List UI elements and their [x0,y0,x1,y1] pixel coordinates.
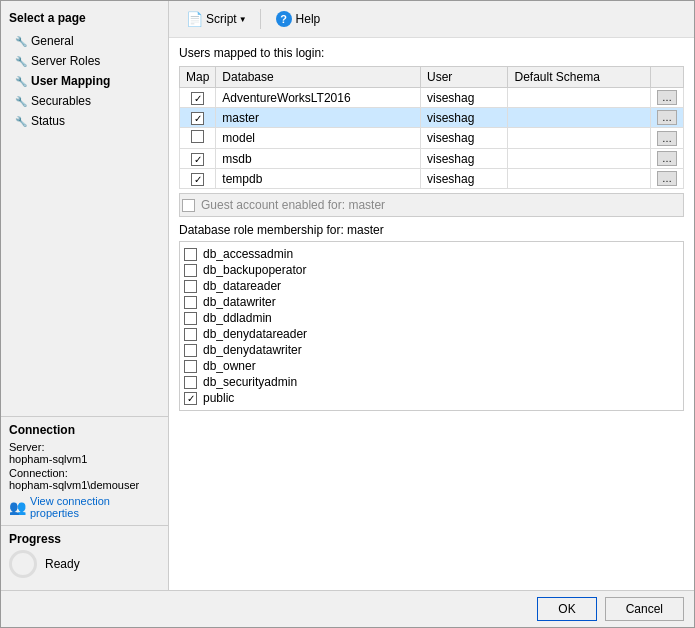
script-label: Script [206,12,237,26]
row-user: viseshag [421,128,508,149]
role-label: db_datareader [203,279,281,293]
sidebar-title: Select a page [1,7,168,31]
bottom-bar: OK Cancel [1,590,694,627]
role-checkbox[interactable] [184,248,197,261]
sidebar: Select a page 🔧 General 🔧 Server Roles 🔧… [1,1,169,590]
guest-row: Guest account enabled for: master [179,193,684,217]
col-database: Database [216,67,421,88]
role-item: db_denydatawriter [184,342,679,358]
role-item: db_datareader [184,278,679,294]
role-checkbox[interactable] [184,296,197,309]
dialog-body: Select a page 🔧 General 🔧 Server Roles 🔧… [1,1,694,590]
role-item: db_owner [184,358,679,374]
role-label: db_securityadmin [203,375,297,389]
row-user: viseshag [421,149,508,169]
role-item: db_backupoperator [184,262,679,278]
connection-section: Connection Server: hopham-sqlvm1 Connect… [1,416,168,525]
status-icon: 🔧 [15,116,27,127]
role-label: db_denydatareader [203,327,307,341]
row-checkbox[interactable] [191,153,204,166]
table-row[interactable]: msdbviseshag… [180,149,684,169]
role-item: db_datawriter [184,294,679,310]
row-schema [508,108,651,128]
server-label-text: Server: hopham-sqlvm1 [9,441,160,465]
row-user: viseshag [421,108,508,128]
col-schema: Default Schema [508,67,651,88]
row-schema [508,149,651,169]
role-checkbox[interactable] [184,344,197,357]
role-label: db_owner [203,359,256,373]
row-checkbox[interactable] [191,130,204,143]
role-checkbox[interactable] [184,280,197,293]
role-checkbox[interactable] [184,312,197,325]
row-database: AdventureWorksLT2016 [216,88,421,108]
ellipsis-button[interactable]: … [657,131,677,146]
row-checkbox[interactable] [191,112,204,125]
guest-checkbox[interactable] [182,199,195,212]
row-checkbox[interactable] [191,92,204,105]
ellipsis-button[interactable]: … [657,90,677,105]
table-row[interactable]: modelviseshag… [180,128,684,149]
role-label: db_ddladmin [203,311,272,325]
col-user: User [421,67,508,88]
row-schema [508,169,651,189]
col-actions [651,67,684,88]
script-icon: 📄 [186,11,203,27]
ellipsis-button[interactable]: … [657,171,677,186]
row-checkbox[interactable] [191,173,204,186]
connection-label-text: Connection: hopham-sqlvm1\demouser [9,467,160,491]
users-heading: Users mapped to this login: [179,46,684,60]
sidebar-item-server-roles[interactable]: 🔧 Server Roles [1,51,168,71]
role-list-box: db_accessadmindb_backupoperatordb_datare… [179,241,684,411]
row-user: viseshag [421,88,508,108]
row-database: model [216,128,421,149]
ellipsis-button[interactable]: … [657,151,677,166]
role-checkbox[interactable] [184,376,197,389]
server-label: Server: [9,441,160,453]
role-label: db_backupoperator [203,263,306,277]
table-row[interactable]: AdventureWorksLT2016viseshag… [180,88,684,108]
help-icon: ? [276,11,292,27]
ok-button[interactable]: OK [537,597,596,621]
view-connection-label: View connection properties [30,495,160,519]
role-checkbox[interactable] [184,264,197,277]
toolbar-separator [260,9,261,29]
role-item: db_securityadmin [184,374,679,390]
role-checkbox[interactable] [184,392,197,405]
role-label: db_denydatawriter [203,343,302,357]
role-checkbox[interactable] [184,328,197,341]
sidebar-item-label: Server Roles [31,54,100,68]
sidebar-item-general[interactable]: 🔧 General [1,31,168,51]
sidebar-item-user-mapping[interactable]: 🔧 User Mapping [1,71,168,91]
cancel-button[interactable]: Cancel [605,597,684,621]
progress-spinner [9,550,37,578]
table-row[interactable]: masterviseshag… [180,108,684,128]
table-row[interactable]: tempdbviseshag… [180,169,684,189]
row-database: msdb [216,149,421,169]
role-label: db_datawriter [203,295,276,309]
main-content: 📄 Script ▼ ? Help Users mapped to this l… [169,1,694,590]
progress-section: Progress Ready [1,525,168,584]
role-item: db_denydatareader [184,326,679,342]
guest-label: Guest account enabled for: master [201,198,385,212]
script-dropdown: 📄 Script ▼ [179,7,254,31]
row-schema [508,88,651,108]
ellipsis-button[interactable]: … [657,110,677,125]
row-database: master [216,108,421,128]
sidebar-divider [1,131,168,416]
sidebar-item-label: Securables [31,94,91,108]
sidebar-item-status[interactable]: 🔧 Status [1,111,168,131]
role-label: public [203,391,234,405]
sidebar-item-label: User Mapping [31,74,110,88]
role-checkbox[interactable] [184,360,197,373]
sidebar-item-securables[interactable]: 🔧 Securables [1,91,168,111]
script-dropdown-arrow: ▼ [239,15,247,24]
help-button[interactable]: ? Help [267,7,330,31]
server-roles-icon: 🔧 [15,56,27,67]
connection-label: Connection [9,423,160,437]
general-icon: 🔧 [15,36,27,47]
script-button[interactable]: 📄 Script ▼ [179,7,254,31]
role-label: db_accessadmin [203,247,293,261]
view-connection-link[interactable]: 👥 View connection properties [9,495,160,519]
sidebar-item-label: General [31,34,74,48]
